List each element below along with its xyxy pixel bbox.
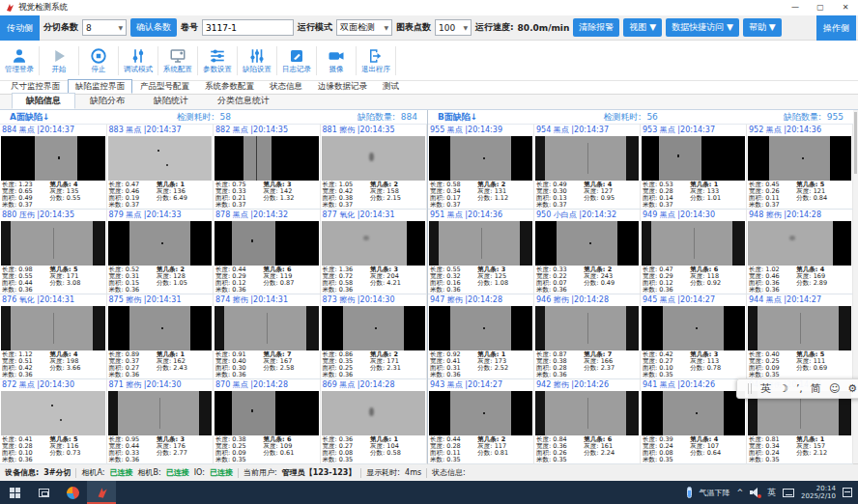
defect-cell[interactable]: 947 擦伤 |20:14:28 长度: 0.92 宽度: 0.41 面积: 0… [428, 294, 534, 379]
defect-settings-button[interactable]: 缺陷设置 [238, 47, 276, 74]
defect-cell[interactable]: 950 小白点 |20:14:32 长度: 0.33 宽度: 0.22 面积: … [534, 210, 641, 294]
cell-header: 952 黑点 |20:14:36 [747, 125, 852, 136]
mute-badge [758, 494, 761, 498]
vertical-scrollbar[interactable] [853, 110, 858, 463]
defect-cell[interactable]: 873 擦伤 |20:14:30 长度: 0.86 宽度: 0.35 面积: 0… [321, 294, 428, 379]
defect-cell[interactable]: 951 黑点 |20:14:36 长度: 0.55 宽度: 0.32 面积: 0… [428, 210, 534, 294]
panel-b-title[interactable]: B面缺陷↓ [438, 111, 477, 124]
defect-cell[interactable]: 871 擦伤 |20:14:30 长度: 0.95 宽度: 0.44 面积: 0… [107, 379, 214, 464]
tab-product-model-config[interactable]: 产品型号配置 [132, 79, 197, 94]
clear-alarm-button[interactable]: 清除报警 [573, 18, 619, 37]
thermometer-icon[interactable] [687, 487, 692, 498]
defect-cell[interactable]: 870 黑点 |20:14:28 长度: 0.38 宽度: 0.25 面积: 0… [214, 379, 321, 464]
touch-keyboard-icon[interactable] [783, 489, 794, 497]
start-menu-button[interactable] [0, 481, 29, 504]
scrollbar-thumb[interactable] [854, 112, 857, 174]
ime-emoji-icon[interactable]: ☺ [829, 378, 840, 399]
camera-b-status: 已连接 [166, 467, 189, 478]
admin-login-button[interactable]: 管理登录 [0, 47, 39, 74]
defect-cell[interactable]: 944 黑点 |20:14:27 长度: 0.40 宽度: 0.25 面积: 0… [747, 294, 853, 379]
cell-header: 948 擦伤 |20:14:28 [747, 210, 852, 221]
defect-cell[interactable]: 952 黑点 |20:14:36 长度: 0.45 宽度: 0.26 面积: 0… [747, 125, 853, 210]
defect-cell[interactable]: 878 黑点 |20:14:32 长度: 0.44 宽度: 0.29 面积: 0… [214, 210, 321, 294]
exit-program-button[interactable]: 退出程序 [357, 47, 395, 74]
panel-a-title[interactable]: A面缺陷↓ [10, 111, 50, 124]
ime-settings-icon[interactable]: ⚙ [847, 378, 857, 399]
run-mode-select[interactable]: 双面检测▼ [336, 19, 392, 36]
defect-cell[interactable]: 882 黑点 |20:14:35 长度: 0.75 宽度: 0.33 面积: 0… [214, 125, 321, 210]
browser-taskbar-button[interactable] [58, 481, 87, 504]
defect-cell[interactable]: 953 黑点 |20:14:37 长度: 0.53 宽度: 0.28 面积: 0… [641, 125, 747, 210]
cell-header: 870 黑点 |20:14:28 [214, 379, 320, 391]
language-indicator[interactable]: 英 [767, 487, 776, 499]
defect-cell[interactable]: 876 氧化 |20:14:31 长度: 1.12 宽度: 0.51 面积: 0… [0, 294, 107, 379]
defect-cell[interactable]: 879 黑点 |20:14:33 长度: 0.52 宽度: 0.31 面积: 0… [107, 210, 214, 294]
chart-points-select[interactable]: 100▼ [435, 19, 472, 36]
log-record-button[interactable]: 日志记录 [277, 47, 316, 74]
defect-cell[interactable]: 880 压伤 |20:14:35 长度: 0.98 宽度: 0.55 面积: 0… [0, 210, 107, 294]
maximize-icon[interactable]: ▢ [808, 0, 833, 15]
data-quick-access-button[interactable]: 数据快捷访问 ▼ [666, 18, 739, 37]
speaker-icon[interactable] [750, 488, 760, 497]
defect-cell[interactable]: 945 黑点 |20:14:27 长度: 0.42 宽度: 0.27 面积: 0… [641, 294, 747, 379]
system-config-button[interactable]: 系统配置 [158, 47, 197, 74]
notebook-pencil-icon [288, 47, 305, 65]
confirm-count-button[interactable]: 确认条数 [130, 18, 177, 37]
defect-cell[interactable]: 883 黑点 |20:14:37 长度: 0.47 宽度: 0.46 面积: 0… [107, 125, 214, 210]
defect-cell[interactable]: 943 黑点 |20:14:27 长度: 0.44 宽度: 0.28 面积: 0… [428, 379, 534, 464]
defect-cell[interactable]: 941 黑点 |20:14:26 长度: 0.39 宽度: 0.24 面积: 0… [641, 379, 747, 464]
ime-simplified-toggle[interactable]: 简 [811, 378, 821, 399]
defect-cell[interactable]: 954 黑点 |20:14:37 长度: 0.49 宽度: 0.30 面积: 0… [534, 125, 641, 210]
speed-label: 运行速度: [475, 21, 514, 34]
ime-mode-toggle[interactable]: 英 [760, 378, 771, 399]
strip-count-select[interactable]: 8▼ [82, 19, 127, 36]
operator-side-button[interactable]: 操作侧 [816, 15, 856, 41]
defect-cell[interactable]: 881 擦伤 |20:14:35 长度: 1.05 宽度: 0.42 面积: 0… [321, 125, 428, 210]
defect-cell[interactable]: 942 擦伤 |20:14:26 长度: 0.84 宽度: 0.36 面积: 0… [534, 379, 641, 464]
defect-cell[interactable]: 955 黑点 |20:14:39 长度: 0.58 宽度: 0.34 面积: 0… [428, 125, 534, 210]
tab-defect-statistics[interactable]: 缺陷统计 [139, 93, 203, 109]
defect-cell[interactable]: 948 擦伤 |20:14:28 长度: 1.02 宽度: 0.46 面积: 0… [747, 210, 853, 294]
defect-cell[interactable]: 872 黑点 |20:14:30 长度: 0.41 宽度: 0.28 面积: 0… [0, 379, 107, 464]
defect-cell[interactable]: 869 黑点 |20:14:28 长度: 0.36 宽度: 0.27 面积: 0… [321, 379, 428, 464]
tab-defect-info[interactable]: 缺陷信息 [12, 93, 75, 109]
tab-status-info[interactable]: 状态信息 [262, 79, 310, 94]
parameter-settings-button[interactable]: 参数设置 [198, 47, 237, 74]
debug-mode-button[interactable]: 调试模式 [119, 47, 157, 74]
tab-defect-distribution[interactable]: 缺陷分布 [75, 93, 139, 109]
defect-thumbnail [214, 221, 319, 266]
tab-class-info-statistics[interactable]: 分类信息统计 [203, 93, 284, 109]
tab-size-monitor[interactable]: 尺寸监控界面 [3, 79, 68, 94]
defect-cell[interactable]: 946 擦伤 |20:14:28 长度: 0.87 宽度: 0.38 面积: 0… [534, 294, 641, 379]
tab-edge-data-record[interactable]: 边缘数据记录 [310, 79, 375, 94]
camera-button[interactable]: 摄像 [317, 47, 356, 74]
task-view-button[interactable] [29, 481, 58, 504]
weather-text[interactable]: 气温下降 [699, 488, 729, 498]
defect-cell[interactable]: 949 黑点 |20:14:30 长度: 0.47 宽度: 0.29 面积: 0… [641, 210, 747, 294]
defect-cell[interactable]: 874 擦伤 |20:14:31 长度: 0.91 宽度: 0.40 面积: 0… [214, 294, 321, 379]
taskbar-clock[interactable]: 20:14 2025/2/10 [801, 485, 836, 500]
drive-side-button[interactable]: 传动侧 [0, 15, 40, 41]
action-center-icon[interactable] [843, 488, 852, 497]
minimize-icon[interactable]: — [783, 0, 808, 15]
ime-punctuation-toggle[interactable]: ’, [796, 378, 803, 399]
view-menu-button[interactable]: 视图 ▼ [623, 18, 662, 37]
cell-info: 长度: 0.84 宽度: 0.36 面积: 0.26 米数: 0.35 第几条:… [534, 435, 640, 463]
help-menu-button[interactable]: 帮助 ▼ [743, 18, 782, 37]
io-status: 已连接 [210, 467, 233, 478]
inspection-app-taskbar-button[interactable] [87, 481, 116, 504]
defect-cell[interactable]: 884 黑点 |20:14:37 长度: 1.23 宽度: 0.65 面积: 0… [0, 125, 107, 210]
start-button[interactable]: 开始 [40, 47, 78, 74]
defect-thumbnail [214, 306, 319, 350]
tray-expand-icon[interactable]: ^ [736, 489, 743, 497]
defect-cell[interactable]: 877 氧化 |20:14:31 长度: 1.36 宽度: 0.72 面积: 0… [321, 210, 428, 294]
stop-button[interactable]: 停止 [79, 47, 118, 74]
close-icon[interactable]: ✕ [833, 0, 858, 15]
defect-cell[interactable]: 875 擦伤 |20:14:31 长度: 0.89 宽度: 0.37 面积: 0… [107, 294, 214, 379]
roll-number-input[interactable] [202, 19, 294, 36]
ime-fullwidth-icon[interactable]: ☽ [779, 378, 788, 399]
run-mode-label: 运行模式 [298, 21, 332, 34]
tab-test[interactable]: 测试 [375, 79, 407, 94]
tab-defect-monitor[interactable]: 缺陷监控界面 [68, 79, 132, 94]
tab-system-param-config[interactable]: 系统参数配置 [197, 79, 262, 94]
